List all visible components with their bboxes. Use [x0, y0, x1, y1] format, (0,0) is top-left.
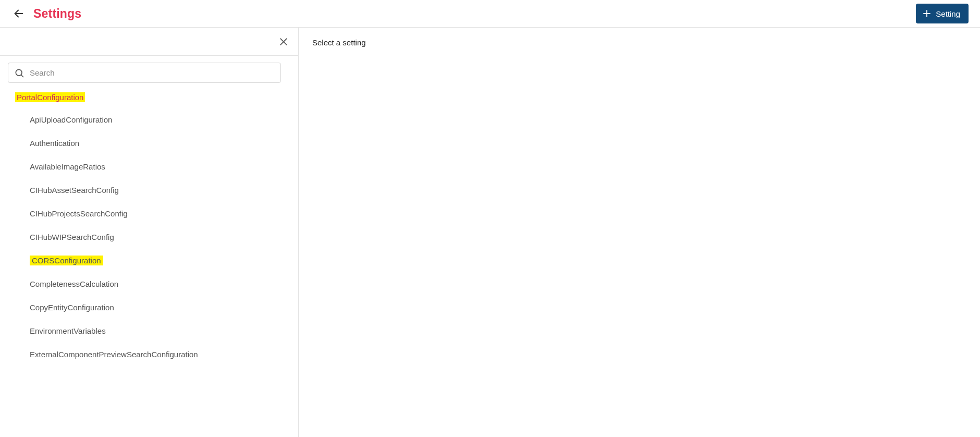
main-split: PortalConfiguration ApiUploadConfigurati… — [0, 28, 980, 437]
settings-sidebar: PortalConfiguration ApiUploadConfigurati… — [0, 28, 299, 437]
list-item[interactable]: CompletenessCalculation — [30, 272, 290, 296]
setting-item[interactable]: CIHubAssetSearchConfig — [30, 178, 119, 202]
list-item[interactable]: AvailableImageRatios — [30, 155, 290, 178]
content-placeholder: Select a setting — [312, 38, 966, 47]
search-icon — [14, 68, 24, 78]
category-row[interactable]: PortalConfiguration — [8, 90, 290, 105]
settings-items: ApiUploadConfigurationAuthenticationAvai… — [8, 108, 290, 366]
content-panel: Select a setting — [299, 28, 980, 437]
search-input[interactable] — [30, 68, 280, 77]
page-title: Settings — [33, 7, 81, 21]
add-setting-button[interactable]: Setting — [916, 4, 969, 23]
sidebar-top-bar — [0, 28, 298, 56]
list-item[interactable]: CIHubWIPSearchConfig — [30, 225, 290, 249]
setting-item[interactable]: CIHubWIPSearchConfig — [30, 225, 114, 249]
setting-item[interactable]: CompletenessCalculation — [30, 272, 118, 296]
close-icon — [278, 37, 289, 47]
add-setting-label: Setting — [936, 9, 960, 18]
arrow-left-icon — [13, 8, 24, 19]
search-wrap — [0, 56, 298, 90]
plus-icon — [922, 9, 932, 18]
setting-item[interactable]: CORSConfiguration — [30, 256, 103, 265]
app-header: Settings Setting — [0, 0, 980, 28]
list-item[interactable]: CopyEntityConfiguration — [30, 296, 290, 319]
list-item[interactable]: CIHubProjectsSearchConfig — [30, 202, 290, 225]
svg-line-6 — [21, 75, 23, 77]
list-item[interactable]: Authentication — [30, 131, 290, 155]
list-item[interactable]: ExternalComponentPreviewSearchConfigurat… — [30, 343, 290, 366]
setting-item[interactable]: AvailableImageRatios — [30, 155, 105, 178]
setting-item[interactable]: ExternalComponentPreviewSearchConfigurat… — [30, 343, 198, 366]
list-item[interactable]: ApiUploadConfiguration — [30, 108, 290, 131]
setting-item[interactable]: ApiUploadConfiguration — [30, 108, 112, 131]
setting-item[interactable]: EnvironmentVariables — [30, 319, 106, 343]
back-button[interactable] — [11, 6, 26, 21]
list-item[interactable]: CIHubAssetSearchConfig — [30, 178, 290, 202]
list-item[interactable]: EnvironmentVariables — [30, 319, 290, 343]
setting-item[interactable]: CopyEntityConfiguration — [30, 296, 114, 319]
close-sidebar-button[interactable] — [274, 32, 293, 51]
search-box[interactable] — [8, 63, 281, 83]
list-item[interactable]: CORSConfiguration — [30, 249, 290, 272]
setting-item[interactable]: CIHubProjectsSearchConfig — [30, 202, 128, 225]
category-portalconfiguration[interactable]: PortalConfiguration — [15, 92, 85, 102]
setting-item[interactable]: Authentication — [30, 131, 79, 155]
settings-tree[interactable]: PortalConfiguration ApiUploadConfigurati… — [0, 90, 298, 437]
